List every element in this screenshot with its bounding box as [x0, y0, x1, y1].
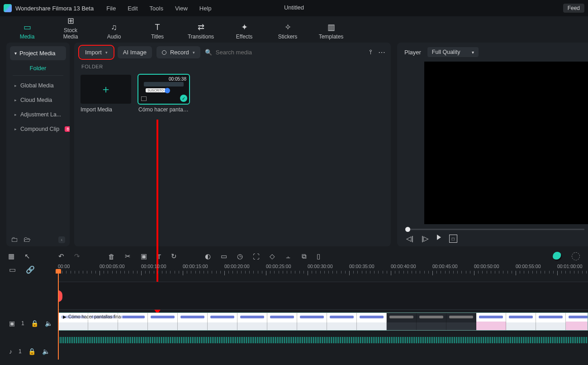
clip-audio-waveform[interactable] [58, 337, 588, 343]
ai-image-button[interactable]: AI Image [118, 46, 152, 58]
audio-track-icon[interactable]: ♪ [9, 348, 12, 355]
search-media[interactable]: 🔍 [205, 49, 365, 56]
stickers-icon: ✧ [273, 22, 302, 32]
tab-media[interactable]: ▭Media [13, 22, 42, 40]
ruler-label: 00:00:10:00 [141, 264, 166, 269]
ruler-label: 00:00 [58, 264, 70, 269]
stop-button[interactable]: □ [449, 235, 457, 243]
tab-titles[interactable]: TTitles [143, 23, 172, 40]
tab-effects[interactable]: ✦Effects [230, 22, 259, 40]
sidebar-item-cloud-media[interactable]: ▸Cloud Media [6, 93, 70, 107]
mute-track-icon[interactable]: 🔈 [45, 320, 52, 327]
media-clip-tile[interactable]: SUSCRITO 00:05:38 ✓ Cómo hacer pantallas… [138, 75, 189, 113]
caret-right-icon: ▸ [14, 127, 17, 131]
undo-icon[interactable]: ↶ [58, 252, 64, 260]
tab-audio-label: Audio [100, 34, 128, 40]
sidebar-project-media[interactable]: ▾ Project Media [10, 46, 66, 60]
record-button[interactable]: Record ▾ [156, 46, 200, 58]
tab-stickers[interactable]: ✧Stickers [273, 22, 302, 40]
profile-avatar-icon[interactable] [553, 252, 562, 261]
crop-icon[interactable]: ▣ [141, 252, 147, 260]
mask-icon[interactable]: ▭ [221, 252, 227, 260]
camera-icon[interactable]: ▯ [317, 252, 320, 260]
new-bin-icon[interactable]: 🗁 [24, 235, 31, 244]
video-track-index: 1 [21, 320, 24, 327]
clip-play-icon: ▶ [63, 314, 66, 319]
import-button[interactable]: Import ▾ [80, 46, 113, 58]
more-icon[interactable]: ⋯ [378, 48, 385, 57]
menu-file[interactable]: File [106, 5, 116, 12]
sidebar-item-compound-clip[interactable]: ▸Compound ClipBETA [6, 122, 70, 136]
mute-track-icon[interactable]: 🔈 [42, 348, 50, 355]
video-track-icon[interactable]: ▣ [9, 320, 15, 327]
timeline-clip[interactable]: ▶ Cómo hacer pantallas fina [58, 312, 588, 331]
quality-dropdown[interactable]: Full Quality ▾ [427, 47, 479, 57]
track-options-icon[interactable]: ▭ [9, 265, 16, 274]
filter-icon[interactable]: ⫯ [369, 48, 373, 57]
player-viewport[interactable] [424, 62, 588, 224]
ruler-label: 00:00:50:00 [474, 264, 499, 269]
ruler-label: 00:00:30:00 [308, 264, 332, 269]
player-controls: ◁| |▷ □ [403, 235, 588, 243]
cut-icon[interactable]: ✂ [125, 252, 131, 260]
import-media-tile[interactable]: ＋ Import Media [81, 75, 131, 113]
lock-track-icon[interactable]: 🔒 [28, 348, 36, 355]
collapse-sidebar-icon[interactable]: ‹ [58, 236, 65, 243]
menu-help[interactable]: Help [199, 5, 212, 12]
tab-templates[interactable]: ▥Templates [317, 22, 346, 40]
player-seek-track[interactable] [405, 229, 584, 230]
speed-icon[interactable]: ↻ [171, 252, 177, 260]
sidebar-item-adjustment-layer[interactable]: ▸Adjustment La... [6, 107, 70, 122]
step-forward-button[interactable]: |▷ [422, 235, 429, 243]
tab-stock-label: Stock Media [56, 27, 85, 40]
caret-right-icon: ▸ [14, 112, 17, 117]
ruler-label: 00:00:15:00 [183, 264, 208, 269]
ruler-label: 00:00:55:00 [516, 264, 541, 269]
menu-tools[interactable]: Tools [150, 5, 163, 12]
play-button[interactable] [437, 235, 441, 240]
templates-icon: ▥ [317, 22, 346, 32]
timeline-ruler-row: ▭ 🔗 00:0000:00:05:0000:00:10:0000:00:15:… [0, 264, 588, 282]
render-settings-icon[interactable] [572, 252, 580, 260]
menu-edit[interactable]: Edit [128, 5, 138, 12]
import-label: Import [85, 49, 102, 56]
color-icon[interactable]: ◐ [205, 252, 211, 260]
playhead[interactable] [58, 269, 59, 360]
timer-icon[interactable]: ◷ [237, 252, 243, 260]
link-edits-icon[interactable]: ⧉ [302, 252, 307, 260]
layout-icon[interactable]: ▦ [8, 252, 14, 260]
fit-icon[interactable]: ⛶ [253, 253, 260, 260]
adjust-icon[interactable]: ⫠ [285, 253, 292, 260]
timeline-toolbar: ▦ ↖ ↶ ↷ 🗑 ✂ ▣ T ↻ ◐ ▭ ◷ ⛶ ◇ ⫠ ⧉ ▯ [0, 249, 588, 264]
tab-effects-label: Effects [230, 34, 259, 40]
menu-view[interactable]: View [175, 5, 188, 12]
seek-knob[interactable] [405, 227, 410, 232]
step-back-button[interactable]: ◁| [406, 235, 413, 243]
tab-stock-media[interactable]: ⊞Stock Media [56, 16, 85, 40]
stock-icon: ⊞ [56, 16, 85, 26]
tab-transitions[interactable]: ⇄Transitions [186, 22, 215, 40]
ruler-label: 00:00:45:00 [432, 264, 457, 269]
link-tracks-icon[interactable]: 🔗 [26, 265, 35, 274]
search-input[interactable] [216, 49, 288, 56]
delete-icon[interactable]: 🗑 [108, 253, 115, 260]
redo-icon[interactable]: ↷ [74, 252, 80, 260]
timeline-ruler[interactable]: 00:0000:00:05:0000:00:10:0000:00:15:0000… [58, 264, 588, 282]
new-folder-icon[interactable]: 🗀 [11, 235, 18, 244]
main-tab-row: ▭Media ⊞Stock Media ♫Audio TTitles ⇄Tran… [0, 16, 588, 41]
lock-track-icon[interactable]: 🔒 [31, 320, 38, 327]
project-sidebar: ▾ Project Media Folder ▸Global Media ▸Cl… [6, 43, 70, 246]
sidebar-item-label: Compound Clip [20, 126, 59, 132]
tab-transitions-label: Transitions [186, 34, 215, 40]
tag-icon[interactable]: ◇ [270, 252, 275, 260]
tab-audio[interactable]: ♫Audio [100, 23, 128, 40]
ruler-label: 00:00:05:00 [100, 264, 124, 269]
clip-caption: Cómo hacer pantallas ... [138, 104, 189, 113]
sidebar-tab-folder[interactable]: Folder [6, 60, 70, 74]
cursor-icon[interactable]: ↖ [24, 252, 30, 260]
sidebar-item-global-media[interactable]: ▸Global Media [6, 78, 70, 93]
timeline-drop-zone[interactable] [58, 282, 588, 310]
app-name: Wondershare Filmora 13 Beta [15, 5, 94, 12]
feedback-button[interactable]: Feed [563, 4, 584, 13]
used-check-icon: ✓ [180, 95, 187, 102]
